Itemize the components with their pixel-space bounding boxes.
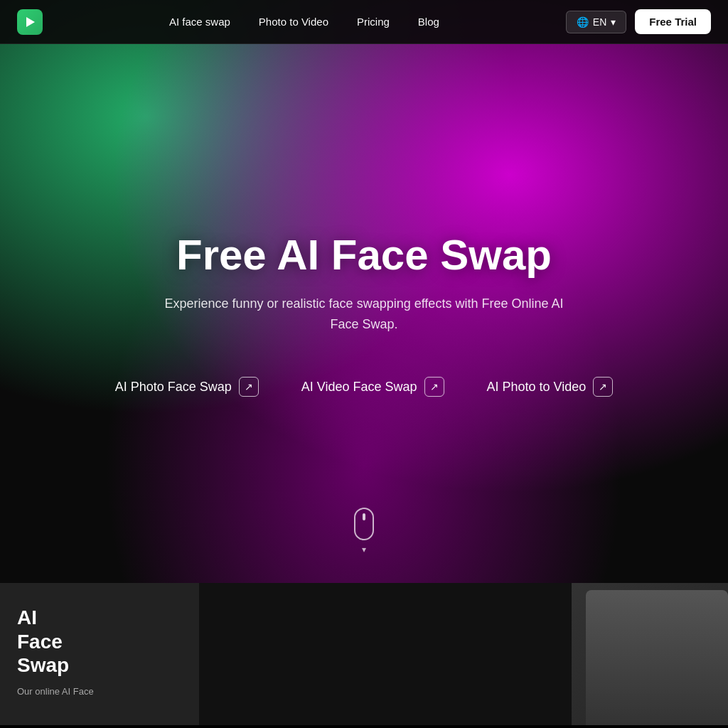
hero-title: Free AI Face Swap — [176, 230, 552, 279]
hero-link-photo-to-video-label: AI Photo to Video — [487, 380, 587, 395]
nav-link-blog[interactable]: Blog — [418, 16, 439, 28]
logo[interactable] — [17, 9, 43, 35]
scroll-dot — [363, 513, 365, 520]
language-selector[interactable]: 🌐 EN ▾ — [566, 11, 626, 33]
arrow-up-right-icon-2: ↗ — [424, 377, 444, 397]
bottom-left-panel: AI Face Swap Our online AI Face — [0, 583, 199, 725]
hero-content: Free AI Face Swap Experience funny or re… — [87, 230, 642, 397]
bottom-right-panel — [199, 583, 728, 725]
navbar: AI face swap Photo to Video Pricing Blog… — [0, 0, 728, 44]
free-trial-button[interactable]: Free Trial — [635, 9, 711, 34]
scroll-indicator: ▾ — [354, 508, 374, 555]
nav-links: AI face swap Photo to Video Pricing Blog — [169, 16, 439, 28]
bottom-image — [572, 583, 728, 725]
scroll-down-icon: ▾ — [362, 545, 366, 555]
scroll-oval — [354, 508, 374, 540]
bottom-title: AI Face Swap — [17, 606, 182, 678]
hero-link-video-face-swap[interactable]: AI Video Face Swap ↗ — [301, 377, 444, 397]
globe-icon: 🌐 — [577, 16, 589, 28]
hero-link-photo-face-swap[interactable]: AI Photo Face Swap ↗ — [115, 377, 259, 397]
nav-right: 🌐 EN ▾ Free Trial — [566, 9, 711, 34]
hero-link-photo-face-swap-label: AI Photo Face Swap — [115, 380, 232, 395]
arrow-up-right-icon-3: ↗ — [593, 377, 613, 397]
nav-link-photo-to-video[interactable]: Photo to Video — [259, 16, 328, 28]
svg-marker-0 — [26, 17, 35, 27]
bottom-description: Our online AI Face — [17, 685, 182, 699]
person-image — [586, 590, 728, 725]
bottom-section: AI Face Swap Our online AI Face — [0, 583, 728, 725]
hero-section: Free AI Face Swap Experience funny or re… — [0, 0, 728, 583]
logo-icon — [17, 9, 43, 35]
nav-link-ai-face-swap[interactable]: AI face swap — [169, 16, 230, 28]
chevron-down-icon: ▾ — [611, 16, 616, 28]
hero-subtitle: Experience funny or realistic face swapp… — [151, 294, 577, 335]
hero-link-photo-to-video[interactable]: AI Photo to Video ↗ — [487, 377, 614, 397]
lang-label: EN — [593, 16, 606, 28]
arrow-up-right-icon-1: ↗ — [239, 377, 259, 397]
hero-feature-links: AI Photo Face Swap ↗ AI Video Face Swap … — [115, 377, 614, 397]
hero-link-video-face-swap-label: AI Video Face Swap — [301, 380, 417, 395]
nav-link-pricing[interactable]: Pricing — [357, 16, 390, 28]
